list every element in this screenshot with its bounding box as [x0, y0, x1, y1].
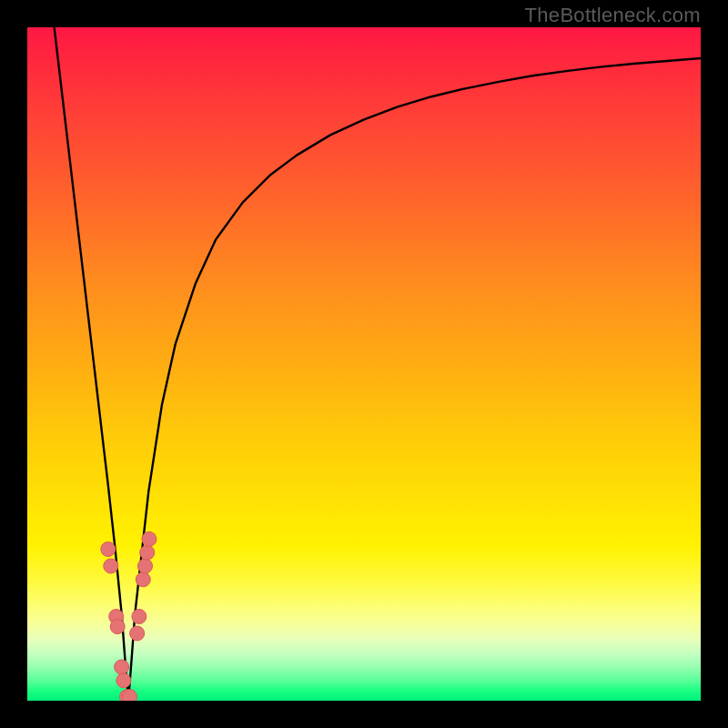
- vertex-marker-2: [122, 690, 136, 701]
- left-marker-4: [110, 620, 125, 634]
- right-marker-3: [136, 572, 150, 587]
- right-marker-1: [130, 626, 145, 641]
- right-marker-4: [138, 559, 153, 573]
- left-marker-6: [116, 673, 131, 688]
- curve-layer: [27, 27, 701, 701]
- right-marker-5: [140, 545, 155, 560]
- left-marker-1: [101, 542, 116, 557]
- right-marker-2: [132, 610, 147, 624]
- left-marker-5: [115, 660, 129, 674]
- bottleneck-curve: [55, 27, 701, 701]
- plot-area: [27, 27, 701, 701]
- watermark-text: TheBottleneck.com: [525, 4, 701, 27]
- right-marker-6: [142, 531, 157, 546]
- data-points-group: [101, 531, 157, 701]
- chart-frame: TheBottleneck.com: [0, 0, 728, 728]
- left-marker-2: [104, 559, 118, 573]
